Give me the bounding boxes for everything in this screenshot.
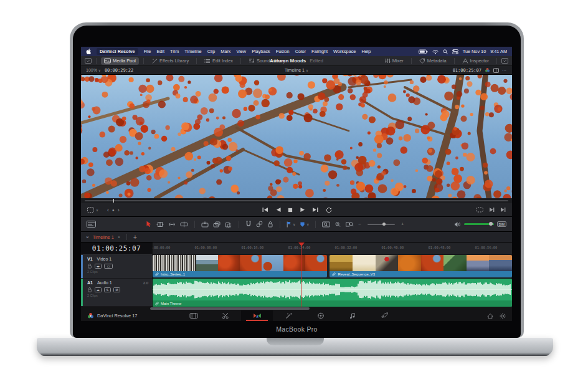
timeline-view-options-icon[interactable]	[87, 221, 96, 228]
audio-track-header[interactable]: A1Audio 12.0 ◂▸ S M 2 Clips	[81, 279, 152, 307]
menu-fusion[interactable]: Fusion	[276, 49, 290, 54]
page-fairlight-button[interactable]	[336, 310, 368, 321]
source-timeline-toggle-icon[interactable]	[500, 207, 506, 213]
page-edit-button[interactable]	[241, 310, 273, 321]
page-toggle-right-icon[interactable]	[501, 58, 508, 64]
dim-button[interactable]: DIM	[497, 221, 506, 227]
timeline-tab[interactable]: Timeline 1	[93, 234, 114, 240]
search-icon[interactable]	[443, 49, 448, 54]
effects-library-button[interactable]: Effects Library	[148, 57, 192, 65]
loop-range-icon[interactable]	[476, 207, 483, 213]
inspector-button[interactable]: Inspector	[459, 57, 492, 65]
apple-logo-icon[interactable]	[86, 49, 91, 54]
menu-mark[interactable]: Mark	[220, 49, 230, 54]
timeline-playhead[interactable]	[301, 242, 302, 307]
viewer-scrub-bar[interactable]	[81, 198, 512, 203]
zoom-detail-icon[interactable]	[334, 221, 341, 228]
auto-select-toggle[interactable]: ◂▸	[95, 264, 102, 269]
battery-icon[interactable]	[419, 49, 428, 54]
timeline-ruler[interactable]: 01:00:00:0001:00:08:0001:00:16:0001:00:2…	[153, 242, 512, 255]
viewer-zoom-select[interactable]: 100% ∨	[86, 68, 101, 72]
razor-edit-mode-icon[interactable]	[180, 221, 188, 228]
page-fusion-button[interactable]	[273, 310, 305, 321]
zoom-full-extent-icon[interactable]	[322, 221, 330, 228]
replace-clip-icon[interactable]	[225, 221, 232, 228]
selection-tool-icon[interactable]	[146, 221, 152, 228]
menu-color[interactable]: Color	[295, 49, 306, 54]
solo-toggle[interactable]: S	[104, 287, 111, 292]
timeline-zoom-slider[interactable]	[368, 224, 395, 225]
auto-select-toggle[interactable]: ◂▸	[95, 287, 102, 292]
snapping-icon[interactable]	[245, 221, 252, 228]
loop-button[interactable]	[326, 207, 332, 213]
menu-file[interactable]: File	[144, 49, 151, 54]
menu-app-name[interactable]: DaVinci Resolve	[97, 48, 138, 55]
marker-button[interactable]: ∨	[300, 221, 309, 228]
zoom-out-label[interactable]: −	[358, 221, 361, 227]
zoom-slider-knob[interactable]	[382, 223, 386, 226]
page-color-button[interactable]	[305, 310, 336, 321]
video-track-header[interactable]: V1Video 1 ◂▸ ▭ 2 Clips	[81, 255, 152, 279]
close-timeline-tab-icon[interactable]: ×	[86, 234, 89, 240]
color-wheels-icon[interactable]	[485, 67, 490, 73]
zoom-in-label[interactable]: +	[401, 221, 404, 227]
settings-gear-icon[interactable]	[500, 313, 506, 319]
page-media-button[interactable]	[178, 310, 209, 321]
control-center-icon[interactable]	[452, 49, 458, 54]
menu-view[interactable]: View	[236, 49, 246, 54]
page-cut-button[interactable]	[209, 310, 241, 321]
media-pool-button[interactable]: Media Pool	[101, 57, 139, 65]
page-deliver-button[interactable]	[368, 310, 400, 321]
link-clips-icon[interactable]	[256, 221, 263, 228]
menu-trim[interactable]: Trim	[170, 49, 179, 54]
mixer-button[interactable]: Mixer	[382, 57, 407, 65]
menu-fairlight[interactable]: Fairlight	[311, 49, 328, 54]
speaker-icon[interactable]	[454, 221, 461, 228]
track-lock-icon[interactable]	[87, 263, 92, 269]
track-enable-toggle[interactable]: ▭	[104, 264, 113, 269]
insert-clip-icon[interactable]	[201, 221, 209, 228]
metadata-button[interactable]: Metadata	[416, 57, 450, 65]
play-reverse-button[interactable]	[275, 207, 281, 213]
overwrite-clip-icon[interactable]	[213, 221, 220, 228]
mute-toggle[interactable]: M	[113, 287, 120, 292]
play-button[interactable]	[300, 207, 305, 213]
timeline-tracks-area[interactable]: 01:00:00:0001:00:08:0001:00:16:0001:00:2…	[153, 242, 512, 307]
dynamic-trim-mode-icon[interactable]	[168, 221, 176, 228]
sound-library-button[interactable]: Sound Library	[245, 57, 288, 65]
timeline-clip-Reveal_Sequence_V3[interactable]: Reveal_Sequence_V3	[330, 255, 512, 277]
audio-track-lane[interactable]: Main Theme	[153, 279, 512, 307]
custom-zoom-icon[interactable]	[346, 221, 354, 228]
viewer-options-icon[interactable]: ⋯	[502, 68, 507, 73]
home-icon[interactable]	[487, 313, 493, 319]
menu-help[interactable]: Help	[361, 49, 371, 54]
menubar-date[interactable]: Tue Nov 10	[463, 49, 486, 54]
viewer-timeline-select[interactable]: Timeline 1 ∨	[81, 68, 512, 72]
menubar-time[interactable]: 9:41 AM	[490, 49, 507, 54]
volume-slider-knob[interactable]	[489, 222, 493, 226]
flag-button[interactable]: ∨	[287, 221, 295, 228]
trim-edit-mode-icon[interactable]	[156, 221, 164, 228]
wifi-icon[interactable]	[432, 49, 439, 54]
go-to-first-frame-button[interactable]	[262, 207, 268, 213]
go-to-last-frame-button[interactable]	[312, 207, 319, 213]
stop-button[interactable]	[288, 208, 293, 213]
menu-playback[interactable]: Playback	[252, 49, 270, 54]
page-toggle-left-icon[interactable]	[85, 58, 92, 64]
add-timeline-tab-button[interactable]: +	[133, 234, 137, 241]
timeline-tab-caret-icon[interactable]: ∨	[118, 235, 120, 239]
position-lock-icon[interactable]	[267, 221, 273, 228]
scrollbar-thumb[interactable]	[150, 307, 310, 310]
menu-edit[interactable]: Edit	[156, 49, 164, 54]
video-viewer[interactable]	[81, 75, 512, 198]
monitor-volume-slider[interactable]	[464, 223, 494, 225]
match-frame-icon[interactable]	[489, 207, 495, 213]
video-track-lane[interactable]: Intro_Series_1Reveal_Sequence_V3	[153, 255, 512, 279]
timeline-clip-Main_Theme[interactable]: Main Theme	[153, 279, 512, 307]
menu-clip[interactable]: Clip	[207, 49, 216, 54]
menu-workspace[interactable]: Workspace	[333, 49, 356, 54]
scrub-playhead[interactable]	[113, 199, 115, 203]
track-lock-icon[interactable]	[87, 287, 92, 292]
grid-view-icon[interactable]	[493, 68, 499, 73]
menu-timeline[interactable]: Timeline	[184, 49, 201, 54]
